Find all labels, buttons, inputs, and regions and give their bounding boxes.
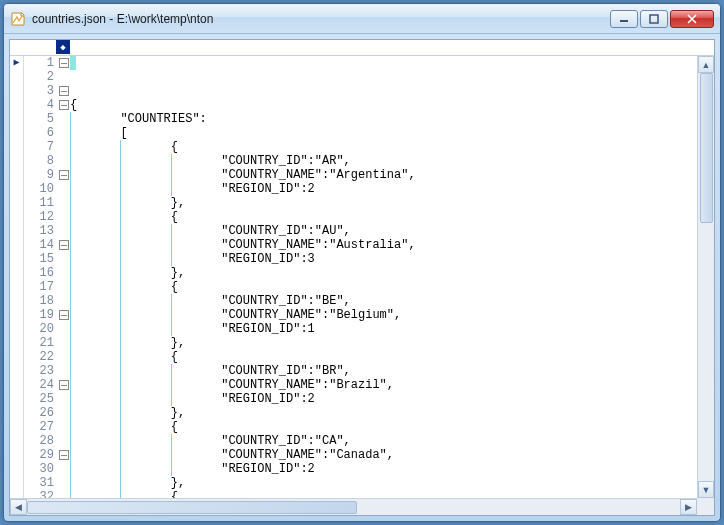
hscroll-thumb[interactable] — [27, 501, 357, 514]
code-line[interactable]: "REGION_ID":1 — [70, 322, 697, 336]
fold-toggle-icon[interactable] — [58, 308, 70, 322]
fold-spacer — [58, 322, 70, 336]
code-line[interactable]: "COUNTRY_ID":"BR", — [70, 364, 697, 378]
cursor-highlight — [70, 56, 76, 70]
ruler-origin-icon: ◆ — [56, 40, 70, 54]
fold-spacer — [58, 210, 70, 224]
code-line[interactable]: "COUNTRY_ID":"CA", — [70, 434, 697, 448]
code-line[interactable]: }, — [70, 406, 697, 420]
vscroll-track[interactable] — [698, 73, 714, 481]
editor-frame: ◆ -+----1----+----2----+----3----+----4-… — [9, 39, 715, 516]
line-number: 20 — [24, 322, 54, 336]
code-line[interactable]: "COUNTRY_NAME":"Canada", — [70, 448, 697, 462]
line-number: 4 — [24, 98, 54, 112]
fold-toggle-icon[interactable] — [58, 98, 70, 112]
window-title: countries.json - E:\work\temp\nton — [32, 12, 610, 26]
fold-spacer — [58, 154, 70, 168]
line-number: 7 — [24, 140, 54, 154]
code-line[interactable]: "COUNTRIES": — [70, 112, 697, 126]
line-number-gutter[interactable]: 1234567891011121314151617181920212223242… — [24, 56, 58, 498]
code-line[interactable]: { — [70, 280, 697, 294]
line-number: 28 — [24, 434, 54, 448]
svg-rect-1 — [650, 15, 658, 23]
code-line[interactable]: }, — [70, 476, 697, 490]
vscroll-thumb[interactable] — [700, 73, 713, 223]
code-line[interactable]: { — [70, 140, 697, 154]
code-line[interactable]: }, — [70, 196, 697, 210]
maximize-button[interactable] — [640, 10, 668, 28]
scrollbar-corner — [697, 498, 714, 515]
titlebar[interactable]: countries.json - E:\work\temp\nton — [4, 4, 720, 34]
fold-margin[interactable] — [58, 56, 70, 498]
code-line[interactable]: "REGION_ID":2 — [70, 462, 697, 476]
fold-toggle-icon[interactable] — [58, 56, 70, 70]
line-number: 29 — [24, 448, 54, 462]
line-number: 12 — [24, 210, 54, 224]
minimize-button[interactable] — [610, 10, 638, 28]
code-line[interactable]: }, — [70, 336, 697, 350]
code-line[interactable]: "COUNTRY_NAME":"Argentina", — [70, 168, 697, 182]
fold-spacer — [58, 196, 70, 210]
line-number: 9 — [24, 168, 54, 182]
line-number: 11 — [24, 196, 54, 210]
fold-spacer — [58, 462, 70, 476]
line-number: 26 — [24, 406, 54, 420]
editor-area: ▶ 12345678910111213141516171819202122232… — [10, 56, 714, 498]
line-number: 22 — [24, 350, 54, 364]
code-line[interactable]: "REGION_ID":3 — [70, 252, 697, 266]
line-number: 2 — [24, 70, 54, 84]
hscroll-track[interactable] — [27, 499, 680, 515]
code-line[interactable]: { — [70, 98, 697, 112]
fold-spacer — [58, 126, 70, 140]
line-number: 23 — [24, 364, 54, 378]
fold-toggle-icon[interactable] — [58, 448, 70, 462]
bottom-scroll-row: ◀ ▶ — [10, 498, 714, 515]
fold-toggle-icon[interactable] — [58, 378, 70, 392]
fold-spacer — [58, 420, 70, 434]
svg-rect-0 — [620, 20, 628, 22]
code-line[interactable]: { — [70, 490, 697, 498]
fold-spacer — [58, 112, 70, 126]
fold-spacer — [58, 280, 70, 294]
scroll-down-button[interactable]: ▼ — [698, 481, 714, 498]
line-number: 27 — [24, 420, 54, 434]
code-line[interactable]: "COUNTRY_NAME":"Brazil", — [70, 378, 697, 392]
horizontal-scrollbar[interactable]: ◀ ▶ — [10, 498, 697, 515]
fold-spacer — [58, 182, 70, 196]
fold-toggle-icon[interactable] — [58, 238, 70, 252]
code-line[interactable]: "COUNTRY_ID":"AU", — [70, 224, 697, 238]
fold-spacer — [58, 294, 70, 308]
code-line[interactable]: "COUNTRY_ID":"BE", — [70, 294, 697, 308]
code-line[interactable]: "COUNTRY_NAME":"Australia", — [70, 238, 697, 252]
code-line[interactable]: }, — [70, 266, 697, 280]
code-line[interactable]: "COUNTRY_NAME":"Belgium", — [70, 308, 697, 322]
code-line[interactable]: "COUNTRY_ID":"AR", — [70, 154, 697, 168]
fold-spacer — [58, 476, 70, 490]
bookmark-margin[interactable]: ▶ — [10, 56, 24, 498]
code-line[interactable]: "REGION_ID":2 — [70, 392, 697, 406]
code-line[interactable]: [ — [70, 126, 697, 140]
code-editor[interactable]: {"COUNTRIES":[{"COUNTRY_ID":"AR","COUNTR… — [70, 56, 697, 498]
scroll-right-button[interactable]: ▶ — [680, 499, 697, 515]
window-buttons — [610, 10, 714, 28]
close-button[interactable] — [670, 10, 714, 28]
line-number: 32 — [24, 490, 54, 498]
line-number: 17 — [24, 280, 54, 294]
code-line[interactable]: "REGION_ID":2 — [70, 182, 697, 196]
line-number: 14 — [24, 238, 54, 252]
fold-toggle-icon[interactable] — [58, 168, 70, 182]
code-line[interactable]: { — [70, 420, 697, 434]
fold-spacer — [58, 490, 70, 498]
fold-spacer — [58, 336, 70, 350]
vertical-scrollbar[interactable]: ▲ ▼ — [697, 56, 714, 498]
scroll-up-button[interactable]: ▲ — [698, 56, 714, 73]
fold-spacer — [58, 406, 70, 420]
line-number: 31 — [24, 476, 54, 490]
fold-toggle-icon[interactable] — [58, 84, 70, 98]
code-line[interactable]: { — [70, 350, 697, 364]
fold-spacer — [58, 266, 70, 280]
code-line[interactable]: { — [70, 210, 697, 224]
fold-spacer — [58, 224, 70, 238]
scroll-left-button[interactable]: ◀ — [10, 499, 27, 515]
line-number: 3 — [24, 84, 54, 98]
